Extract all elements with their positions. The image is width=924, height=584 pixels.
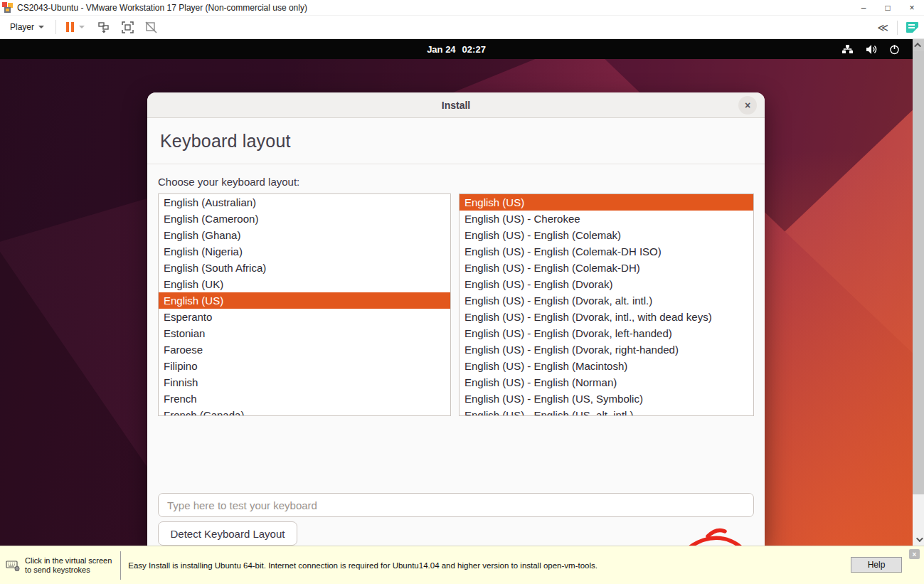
layout-list-item[interactable]: Esperanto (159, 309, 450, 325)
page-title-section: Keyboard layout (147, 118, 765, 164)
clock[interactable]: Jan 24 02:27 (427, 44, 486, 55)
help-button[interactable]: Help (851, 557, 902, 573)
install-dialog: Install × Keyboard layout Choose your ke… (147, 92, 765, 546)
system-status-area[interactable] (841, 39, 900, 59)
keyboard-mouse-icon (6, 560, 20, 571)
variant-list-item[interactable]: English (US) - English (US, alt. intl.) (460, 407, 753, 416)
ctrl-alt-del-icon (97, 21, 111, 34)
close-button[interactable]: × (900, 0, 924, 16)
keystrokes-hint: Click in the virtual screen to send keys… (25, 556, 112, 575)
scroll-down-button[interactable] (913, 533, 924, 546)
statusbar-divider (120, 551, 121, 580)
layout-list-item[interactable]: French (Canada) (159, 407, 450, 416)
chevron-down-icon (915, 535, 923, 542)
dialog-header[interactable]: Install × (147, 92, 765, 118)
virtual-screen[interactable]: Jan 24 02:27 (0, 39, 913, 546)
variant-list-item[interactable]: English (US) - English (Macintosh) (460, 358, 753, 374)
player-menu-button[interactable]: Player (6, 19, 48, 35)
toolbar-divider (897, 21, 898, 35)
chevron-up-icon (914, 43, 921, 50)
maximize-button[interactable]: □ (876, 0, 900, 16)
network-icon (841, 44, 854, 55)
variant-list-item[interactable]: English (US) - English (US, Symbolic) (460, 391, 753, 407)
layout-list-item[interactable]: French (159, 391, 450, 407)
layout-list-item[interactable]: English (Cameroon) (159, 211, 450, 227)
layout-list-item[interactable]: English (Nigeria) (159, 243, 450, 260)
vmware-player-icon (2, 2, 14, 14)
titlebar: CS2043-Ubuntu - VMware Workstation 17 Pl… (0, 0, 924, 16)
fullscreen-icon (121, 21, 134, 34)
clock-time: 02:27 (462, 44, 486, 55)
choose-layout-label: Choose your keyboard layout: (158, 176, 299, 188)
keyboard-layout-list[interactable]: English (Australian)English (Cameroon)En… (158, 193, 451, 416)
fullscreen-button[interactable] (121, 21, 134, 34)
layout-list-item[interactable]: Faroese (159, 341, 450, 358)
layout-list-item[interactable]: Estonian (159, 325, 450, 341)
layout-list-item[interactable]: English (South Africa) (159, 260, 450, 276)
window-title: CS2043-Ubuntu - VMware Workstation 17 Pl… (17, 3, 307, 13)
vmware-toolbar: Player ≪ (0, 16, 924, 39)
vertical-scrollbar[interactable] (913, 39, 924, 546)
dialog-close-button[interactable]: × (738, 96, 757, 115)
detect-keyboard-layout-button[interactable]: Detect Keyboard Layout (158, 521, 297, 546)
minimize-button[interactable]: – (851, 0, 876, 16)
gnome-top-bar: Jan 24 02:27 (0, 39, 913, 59)
page-title: Keyboard layout (160, 131, 291, 152)
variant-list-item[interactable]: English (US) - English (Colemak-DH) (460, 260, 753, 276)
keyboard-variant-list[interactable]: English (US)English (US) - CherokeeEngli… (459, 193, 754, 416)
variant-list-item[interactable]: English (US) - English (Dvorak) (460, 276, 753, 292)
unity-mode-button[interactable] (144, 21, 158, 34)
variant-list-item[interactable]: English (US) - English (Dvorak, intl., w… (460, 309, 753, 325)
vmware-player-window: CS2043-Ubuntu - VMware Workstation 17 Pl… (0, 0, 924, 584)
player-menu-label: Player (10, 22, 34, 32)
chevron-down-icon (79, 26, 85, 28)
collapse-toolbar-icon[interactable]: ≪ (877, 21, 888, 34)
easy-install-message: Easy Install is installing Ubuntu 64-bit… (128, 561, 598, 570)
toolbar-divider (55, 20, 56, 34)
layout-list-item[interactable]: English (Australian) (159, 194, 450, 211)
layout-list-item[interactable]: English (UK) (159, 276, 450, 292)
dismiss-message-icon[interactable]: × (909, 549, 920, 559)
chevron-down-icon (38, 26, 44, 28)
keyboard-test-input[interactable] (158, 493, 754, 517)
red-circle-annotation (664, 526, 763, 546)
variant-list-item[interactable]: English (US) - English (Colemak) (460, 227, 753, 243)
unity-mode-icon (144, 21, 158, 34)
power-icon (889, 44, 900, 55)
layout-list-item[interactable]: Filipino (159, 358, 450, 374)
send-ctrl-alt-del-button[interactable] (97, 21, 111, 34)
scrollbar-thumb[interactable] (913, 51, 924, 494)
variant-list-item[interactable]: English (US) (460, 194, 753, 211)
clock-date: Jan 24 (427, 44, 455, 55)
variant-list-item[interactable]: English (US) - Cherokee (460, 211, 753, 227)
dialog-title: Install (442, 100, 470, 111)
suspend-vm-button[interactable] (63, 22, 87, 32)
layout-list-item[interactable]: Finnish (159, 374, 450, 391)
volume-icon (865, 44, 878, 55)
notes-icon[interactable] (906, 22, 918, 33)
pause-icon (66, 22, 74, 32)
variant-list-item[interactable]: English (US) - English (Colemak-DH ISO) (460, 243, 753, 260)
variant-list-item[interactable]: English (US) - English (Dvorak, alt. int… (460, 292, 753, 309)
vmware-status-bar: Click in the virtual screen to send keys… (0, 546, 924, 584)
variant-list-item[interactable]: English (US) - English (Norman) (460, 374, 753, 391)
variant-list-item[interactable]: English (US) - English (Dvorak, left-han… (460, 325, 753, 341)
variant-list-item[interactable]: English (US) - English (Dvorak, right-ha… (460, 341, 753, 358)
layout-list-item[interactable]: English (Ghana) (159, 227, 450, 243)
layout-list-item[interactable]: English (US) (159, 292, 450, 309)
scroll-up-button[interactable] (913, 39, 924, 51)
